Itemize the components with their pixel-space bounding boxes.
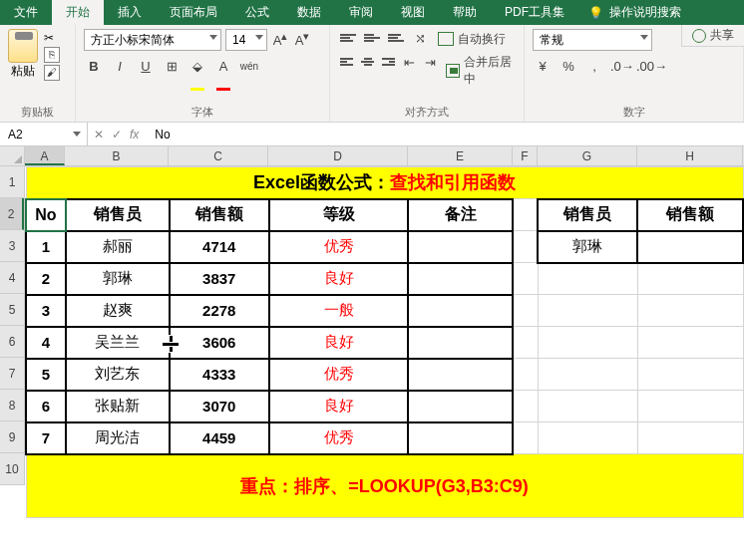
cell[interactable]: 2278 — [170, 295, 269, 327]
cell[interactable] — [538, 391, 637, 422]
align-left-button[interactable] — [338, 53, 355, 71]
cell[interactable]: 刘艺东 — [66, 359, 170, 391]
percent-button[interactable]: % — [558, 57, 578, 77]
cell[interactable] — [408, 231, 513, 263]
tab-help[interactable]: 帮助 — [439, 0, 491, 25]
decrease-indent-button[interactable]: ⇤ — [401, 53, 417, 73]
cell[interactable]: 优秀 — [269, 231, 409, 263]
tab-review[interactable]: 审阅 — [335, 0, 387, 25]
cell[interactable]: 周光洁 — [66, 422, 170, 454]
tab-pdf-tools[interactable]: PDF工具集 — [491, 0, 578, 25]
comma-style-button[interactable]: , — [584, 57, 604, 77]
cell[interactable]: 赵爽 — [66, 295, 170, 327]
cell[interactable] — [637, 359, 743, 391]
cell[interactable]: 5 — [26, 359, 66, 391]
column-header-C[interactable]: C — [169, 146, 268, 165]
cell[interactable]: 3070 — [170, 391, 269, 422]
cell[interactable]: 优秀 — [269, 359, 409, 391]
cell[interactable]: 3 — [26, 295, 66, 327]
tab-view[interactable]: 视图 — [387, 0, 439, 25]
cell[interactable]: 张贴新 — [66, 391, 170, 422]
cell[interactable]: 4 — [26, 327, 66, 359]
cell[interactable] — [513, 199, 538, 231]
row-header-2[interactable]: 2 — [0, 198, 24, 230]
align-right-button[interactable] — [380, 53, 397, 71]
column-header-E[interactable]: E — [408, 146, 513, 165]
cell[interactable]: 良好 — [269, 391, 409, 422]
increase-indent-button[interactable]: ⇥ — [422, 53, 438, 73]
tab-formulas[interactable]: 公式 — [231, 0, 283, 25]
merge-center-button[interactable]: 合并后居中 — [442, 53, 516, 89]
cell[interactable]: 3837 — [170, 263, 269, 295]
row-header-6[interactable]: 6 — [0, 326, 24, 358]
cell[interactable]: 良好 — [269, 263, 409, 295]
cell[interactable]: 销售员 — [538, 199, 637, 231]
cell[interactable] — [637, 391, 743, 422]
insert-function-button[interactable]: fx — [130, 128, 139, 141]
cell[interactable] — [408, 327, 513, 359]
font-name-select[interactable]: 方正小标宋简体 — [84, 29, 221, 51]
cell[interactable]: 郭琳 — [66, 263, 170, 295]
cell[interactable]: 吴兰兰 — [66, 327, 170, 359]
paste-label[interactable]: 粘贴 — [11, 63, 35, 80]
cell[interactable] — [408, 359, 513, 391]
format-painter-button[interactable]: 🖌 — [44, 65, 60, 81]
enter-formula-button[interactable]: ✓ — [112, 128, 122, 141]
italic-button[interactable]: I — [110, 57, 130, 77]
cell[interactable] — [637, 263, 743, 295]
copy-button[interactable]: ⎘ — [44, 47, 60, 63]
column-header-A[interactable]: A — [25, 146, 65, 165]
paste-icon[interactable] — [8, 29, 38, 63]
cell[interactable]: 良好 — [269, 327, 409, 359]
cancel-formula-button[interactable]: ✕ — [94, 128, 104, 141]
cell[interactable] — [538, 359, 637, 391]
cell[interactable] — [408, 295, 513, 327]
tell-me-search[interactable]: 💡 操作说明搜索 — [578, 4, 691, 21]
row-header-7[interactable]: 7 — [0, 358, 24, 390]
select-all-corner[interactable] — [0, 146, 25, 166]
cell[interactable]: 优秀 — [269, 422, 409, 454]
cell[interactable] — [513, 359, 538, 391]
footer-banner[interactable]: 重点：排序、=LOOKUP(G3,B3:C9) — [26, 454, 743, 518]
column-header-H[interactable]: H — [637, 146, 743, 165]
cell[interactable] — [637, 422, 743, 454]
cell[interactable]: 郭琳 — [538, 231, 637, 263]
increase-font-size-button[interactable]: A▴ — [271, 30, 289, 50]
column-header-D[interactable]: D — [268, 146, 408, 165]
number-format-select[interactable]: 常规 — [533, 29, 652, 51]
increase-decimal-button[interactable]: .0→ — [610, 57, 630, 77]
decrease-decimal-button[interactable]: .00→ — [636, 57, 656, 77]
column-header-G[interactable]: G — [538, 146, 637, 165]
cell[interactable] — [408, 391, 513, 422]
cell[interactable]: 6 — [26, 391, 66, 422]
row-header-4[interactable]: 4 — [0, 262, 24, 294]
underline-button[interactable]: U — [136, 57, 156, 77]
border-button[interactable]: ⊞ — [162, 57, 182, 77]
cell[interactable] — [513, 422, 538, 454]
font-color-button[interactable]: A — [213, 57, 233, 77]
cell[interactable] — [637, 295, 743, 327]
cell[interactable] — [637, 327, 743, 359]
currency-button[interactable]: ¥ — [533, 57, 553, 77]
column-header-F[interactable]: F — [513, 146, 538, 165]
bold-button[interactable]: B — [84, 57, 104, 77]
wrap-text-button[interactable]: 自动换行 — [434, 29, 510, 49]
name-box[interactable]: A2 — [0, 123, 88, 145]
cell[interactable]: 销售额 — [170, 199, 269, 231]
cell[interactable]: 4459 — [170, 422, 269, 454]
cell[interactable] — [513, 327, 538, 359]
cell[interactable] — [513, 295, 538, 327]
fill-color-button[interactable]: ⬙ — [187, 57, 207, 77]
tab-home[interactable]: 开始 — [52, 0, 104, 25]
cell[interactable]: 销售额 — [637, 199, 743, 231]
font-size-select[interactable]: 14 — [225, 29, 267, 51]
cell[interactable] — [538, 327, 637, 359]
cell[interactable]: 等级 — [269, 199, 409, 231]
cell[interactable]: 1 — [26, 231, 66, 263]
cell[interactable]: 7 — [26, 422, 66, 454]
formula-input[interactable]: No — [145, 123, 744, 146]
align-top-button[interactable] — [338, 29, 358, 47]
column-header-B[interactable]: B — [65, 146, 169, 165]
align-bottom-button[interactable] — [386, 29, 406, 47]
align-middle-button[interactable] — [362, 29, 382, 47]
